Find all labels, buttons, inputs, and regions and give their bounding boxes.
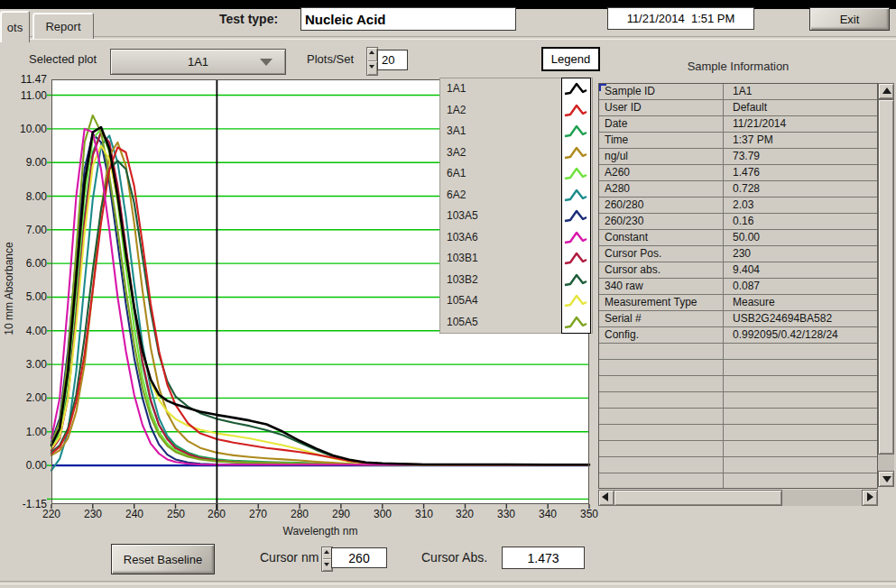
table-cell-label: User ID [599, 100, 723, 115]
legend-button[interactable]: Legend [541, 47, 600, 71]
table-row [599, 425, 877, 441]
table-row: Cursor abs.9.404 [599, 262, 877, 279]
legend-swatch-icon [564, 271, 587, 290]
tab-plots[interactable]: ots [0, 11, 30, 42]
table-cell-value [723, 425, 877, 440]
y-tick-label: 1.00 [2, 426, 47, 438]
table-row: Constant50.00 [599, 230, 877, 246]
x-tick-label: 340 [530, 508, 566, 520]
table-cell-label: Cursor abs. [599, 262, 723, 278]
legend-item-105A4[interactable]: 105A4 [440, 290, 592, 312]
reset-baseline-button[interactable]: Reset Baseline [111, 544, 215, 574]
table-cell-label: Serial # [599, 311, 723, 326]
test-type-input[interactable] [300, 7, 516, 31]
legend-item-103A6[interactable]: 103A6 [440, 227, 592, 249]
legend-swatch-icon [564, 249, 587, 269]
table-cell-label: 260/280 [599, 198, 723, 213]
table-row [599, 473, 877, 489]
table-cell-label [599, 360, 723, 375]
legend-swatch-icon [564, 164, 587, 184]
x-tick-label: 280 [282, 508, 318, 520]
table-cell-label [599, 441, 723, 456]
table-cell-value: 73.79 [723, 149, 877, 164]
table-cell-value: 0.728 [723, 181, 877, 197]
table-cell-value: 9.404 [723, 262, 877, 278]
y-tick-label: 5.00 [2, 290, 47, 303]
table-row: ng/ul73.79 [599, 149, 877, 165]
bottom-divider [0, 581, 896, 584]
table-cell-value [723, 457, 877, 473]
plots-set-label: Plots/Set [307, 52, 354, 66]
scroll-right-icon[interactable] [862, 490, 878, 506]
table-cell-value [723, 409, 877, 424]
spinner-down-icon[interactable] [367, 61, 377, 75]
cursor-nm-label: Cursor nm [260, 550, 319, 565]
table-row: A2601.476 [599, 165, 877, 181]
table-cell-label: Sample ID [599, 84, 723, 99]
table-cell-label [599, 473, 723, 489]
legend-item-103A5[interactable]: 103A5 [440, 206, 592, 227]
table-cell-value: Default [723, 100, 877, 115]
x-tick-label: 300 [365, 508, 401, 520]
table-row: Date11/21/2014 [599, 116, 877, 133]
table-row [599, 409, 877, 425]
h-scrollbar-thumb[interactable] [614, 490, 782, 506]
v-scrollbar-thumb[interactable] [878, 99, 894, 455]
selected-plot-value: 1A1 [188, 55, 208, 69]
y-tick-label: 8.00 [2, 190, 47, 203]
legend-item-label: 6A2 [447, 188, 466, 201]
table-cell-label: Cursor Pos. [599, 246, 723, 262]
y-tick-label: 9.00 [2, 156, 47, 169]
legend-item-label: 103B1 [447, 252, 478, 264]
selected-plot-dropdown[interactable]: 1A1 [110, 49, 286, 75]
table-cell-label: Config. [599, 327, 723, 343]
table-cell-value: Measure [723, 295, 877, 310]
legend-item-6A1[interactable]: 6A1 [440, 163, 592, 185]
y-tick-label: 7.00 [2, 224, 47, 236]
plots-set-input[interactable] [377, 50, 408, 70]
legend-swatch-icon [564, 313, 587, 333]
table-row: 260/2802.03 [599, 198, 877, 214]
legend-swatch-icon [564, 79, 587, 99]
legend-item-105A5[interactable]: 105A5 [440, 312, 592, 334]
legend-item-3A1[interactable]: 3A1 [440, 121, 592, 142]
table-cell-label [599, 344, 723, 359]
table-cell-value: 0.992095/0.42/128/24 [723, 327, 877, 343]
scroll-left-icon[interactable] [598, 490, 614, 506]
scroll-up-icon[interactable] [878, 83, 894, 99]
table-row [599, 360, 877, 376]
legend-swatch-icon [564, 101, 587, 121]
cursor-nm-input[interactable] [331, 547, 387, 568]
legend-item-3A2[interactable]: 3A2 [440, 142, 592, 164]
legend-item-103B1[interactable]: 103B1 [440, 248, 592, 270]
table-cell-value: 2.03 [723, 198, 877, 213]
legend-item-1A2[interactable]: 1A2 [440, 100, 592, 122]
cursor-abs-display: 1.473 [502, 547, 585, 569]
table-row: 260/2300.16 [599, 214, 877, 230]
sample-info-title: Sample Information [598, 60, 878, 73]
table-cell-value [723, 392, 877, 408]
legend-item-label: 1A1 [447, 82, 466, 95]
table-cell-label [599, 376, 723, 391]
legend-item-6A2[interactable]: 6A2 [440, 185, 592, 207]
table-cell-label: Date [599, 116, 723, 132]
table-row [599, 441, 877, 457]
table-cell-label: A280 [599, 181, 723, 197]
y-tick-label: 0.00 [2, 459, 47, 472]
chevron-down-icon [260, 59, 272, 66]
vertical-scrollbar[interactable] [878, 83, 894, 487]
legend-item-1A1[interactable]: 1A1 [440, 78, 592, 100]
table-row: 340 raw0.087 [599, 279, 877, 295]
selected-plot-label: Selected plot [29, 52, 97, 66]
legend-item-103B2[interactable]: 103B2 [440, 270, 592, 291]
horizontal-scrollbar[interactable] [598, 490, 878, 506]
scroll-down-icon[interactable] [878, 471, 894, 487]
table-cell-label: 340 raw [599, 279, 723, 294]
legend-swatch-icon [564, 291, 587, 311]
tab-report[interactable]: Report [32, 13, 94, 39]
legend-item-label: 105A4 [447, 294, 478, 307]
exit-button[interactable]: Exit [809, 7, 890, 31]
spinner-up-icon[interactable] [367, 48, 377, 61]
table-row: Serial #USB2G24694BA582 [599, 311, 877, 327]
legend-item-label: 105A5 [447, 316, 478, 328]
